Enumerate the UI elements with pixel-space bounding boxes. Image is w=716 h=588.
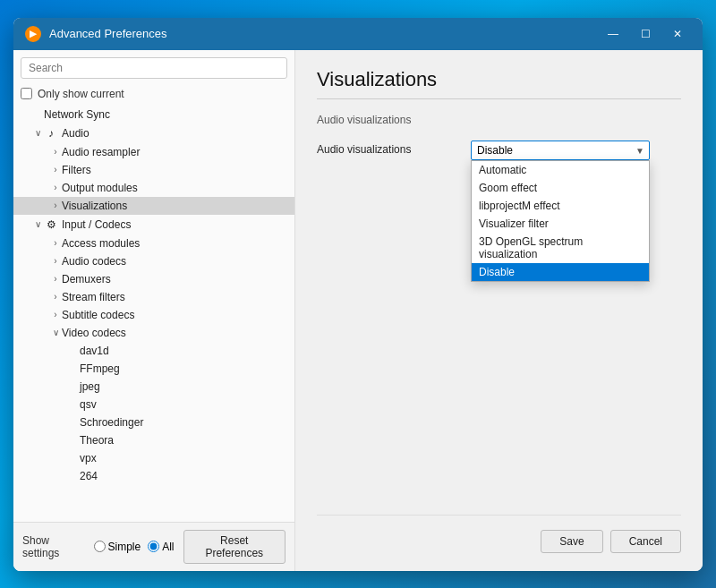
chevron-right-icon: ›	[49, 200, 62, 210]
window-controls: — ☐ ✕	[599, 22, 692, 46]
search-input[interactable]	[21, 57, 287, 79]
chevron-right-icon: ›	[49, 310, 62, 320]
option-libprojectm[interactable]: libprojectM effect	[472, 197, 649, 215]
sidebar-item-label: Video codecs	[62, 327, 126, 339]
sidebar: Only show current Network Sync ∨ ♪ Audio…	[13, 50, 295, 571]
option-goom[interactable]: Goom effect	[472, 179, 649, 197]
sidebar-item-label: Output modules	[62, 182, 138, 194]
cancel-button[interactable]: Cancel	[610, 530, 681, 553]
radio-group-settings: Simple All	[94, 541, 175, 553]
option-3dopengl[interactable]: 3D OpenGL spectrum visualization	[472, 233, 649, 263]
sidebar-item-output-modules[interactable]: › Output modules	[13, 179, 294, 197]
spacer	[67, 453, 80, 463]
sidebar-item-label: Schroedinger	[80, 416, 143, 429]
main-panel: Visualizations Audio visualizations Audi…	[295, 50, 703, 571]
spacer	[67, 435, 80, 445]
sidebar-item-dav1d[interactable]: dav1d	[13, 342, 294, 360]
audio-visualizations-dropdown-wrapper: Disable ▼ Automatic Goom effect libproje…	[471, 141, 650, 160]
sidebar-item-visualizations[interactable]: › Visualizations	[13, 197, 294, 215]
show-settings-label: Show settings	[22, 534, 85, 559]
chevron-right-icon: ›	[49, 165, 62, 175]
titlebar: ▶ Advanced Preferences — ☐ ✕	[13, 18, 703, 50]
sidebar-item-label: Audio resampler	[62, 146, 140, 158]
sidebar-footer: Show settings Simple All Reset Preferenc…	[13, 522, 294, 571]
only-current-checkbox[interactable]	[21, 88, 32, 99]
radio-simple-label: Simple	[108, 541, 141, 553]
sidebar-item-label: jpeg	[80, 380, 100, 393]
sidebar-item-label: Access modules	[62, 237, 140, 250]
chevron-right-icon: ›	[49, 183, 62, 192]
sidebar-item-264[interactable]: 264	[13, 467, 294, 485]
sidebar-item-audio-resampler[interactable]: › Audio resampler	[13, 143, 294, 161]
sidebar-item-audio-codecs[interactable]: › Audio codecs	[13, 252, 294, 270]
spacer	[67, 345, 80, 355]
sidebar-item-schroedinger[interactable]: Schroedinger	[13, 413, 294, 431]
sidebar-item-label: Filters	[62, 164, 91, 176]
radio-all[interactable]: All	[148, 541, 174, 553]
sidebar-item-label: Visualizations	[62, 200, 127, 212]
spacer	[67, 363, 80, 373]
sidebar-item-demuxers[interactable]: › Demuxers	[13, 270, 294, 288]
sidebar-item-label: Audio	[62, 127, 90, 140]
reset-preferences-button[interactable]: Reset Preferences	[183, 530, 286, 564]
audio-visualizations-select[interactable]: Disable	[471, 141, 650, 160]
chevron-right-icon: ›	[49, 147, 62, 157]
radio-all-input[interactable]	[148, 541, 159, 552]
spacer	[67, 399, 80, 409]
sidebar-item-filters[interactable]: › Filters	[13, 161, 294, 179]
radio-simple-input[interactable]	[94, 541, 106, 552]
app-icon: ▶	[24, 25, 42, 43]
option-visualizer[interactable]: Visualizer filter	[472, 215, 649, 233]
audio-visualizations-row: Audio visualizations Disable ▼ Automatic…	[317, 141, 681, 160]
sidebar-item-label: Theora	[80, 434, 114, 447]
option-disable[interactable]: Disable	[472, 263, 649, 281]
chevron-right-icon: ›	[49, 274, 62, 284]
sidebar-item-label: Demuxers	[62, 273, 111, 285]
sidebar-item-jpeg[interactable]: jpeg	[13, 378, 294, 396]
sidebar-item-video-codecs[interactable]: ∨ Video codecs	[13, 324, 294, 342]
minimize-button[interactable]: —	[599, 22, 627, 46]
sidebar-item-stream-filters[interactable]: › Stream filters	[13, 288, 294, 306]
close-button[interactable]: ✕	[663, 22, 692, 46]
sidebar-item-label: Audio codecs	[62, 255, 126, 268]
sidebar-item-label: Subtitle codecs	[62, 309, 134, 321]
main-footer: Save Cancel	[317, 515, 681, 553]
audio-icon: ♪	[44, 126, 58, 141]
chevron-right-icon: ›	[49, 256, 62, 266]
sidebar-item-theora[interactable]: Theora	[13, 431, 294, 449]
main-panel-title: Visualizations	[317, 68, 681, 99]
sidebar-item-access-modules[interactable]: › Access modules	[13, 234, 294, 252]
sidebar-item-label: Stream filters	[62, 291, 125, 303]
sidebar-item-label: FFmpeg	[80, 362, 120, 375]
sidebar-item-input-codecs[interactable]: ∨ ⚙ Input / Codecs	[13, 215, 294, 234]
codecs-icon: ⚙	[44, 217, 58, 232]
only-current-label: Only show current	[38, 88, 124, 100]
chevron-down-icon: ∨	[31, 128, 44, 138]
setting-label: Audio visualizations	[317, 141, 460, 156]
only-current-row: Only show current	[13, 86, 294, 106]
spacer	[67, 381, 80, 391]
radio-simple[interactable]: Simple	[94, 541, 141, 553]
sidebar-item-ffmpeg[interactable]: FFmpeg	[13, 360, 294, 378]
sidebar-item-label: Network Sync	[44, 108, 110, 121]
window-title: Advanced Preferences	[49, 27, 599, 40]
maximize-button[interactable]: ☐	[631, 22, 660, 46]
dropdown-open-list: Automatic Goom effect libprojectM effect…	[471, 160, 650, 282]
sidebar-item-subtitle-codecs[interactable]: › Subtitle codecs	[13, 306, 294, 324]
sidebar-item-label: vpx	[80, 452, 97, 464]
advanced-preferences-window: ▶ Advanced Preferences — ☐ ✕ Only show c…	[13, 18, 703, 571]
chevron-right-icon: ›	[49, 238, 62, 248]
save-button[interactable]: Save	[541, 530, 602, 553]
sidebar-item-qsv[interactable]: qsv	[13, 396, 294, 413]
sidebar-item-label: dav1d	[80, 345, 109, 357]
sidebar-item-network-sync[interactable]: Network Sync	[13, 106, 294, 124]
sidebar-item-label: Input / Codecs	[62, 218, 131, 231]
radio-all-label: All	[162, 541, 174, 553]
chevron-down-icon: ∨	[49, 328, 62, 337]
chevron-right-icon: ›	[49, 292, 62, 302]
sidebar-item-vpx[interactable]: vpx	[13, 449, 294, 467]
option-automatic[interactable]: Automatic	[472, 161, 649, 179]
content-area: Only show current Network Sync ∨ ♪ Audio…	[13, 50, 703, 571]
sidebar-item-audio[interactable]: ∨ ♪ Audio	[13, 124, 294, 143]
sidebar-item-label: qsv	[80, 398, 97, 411]
